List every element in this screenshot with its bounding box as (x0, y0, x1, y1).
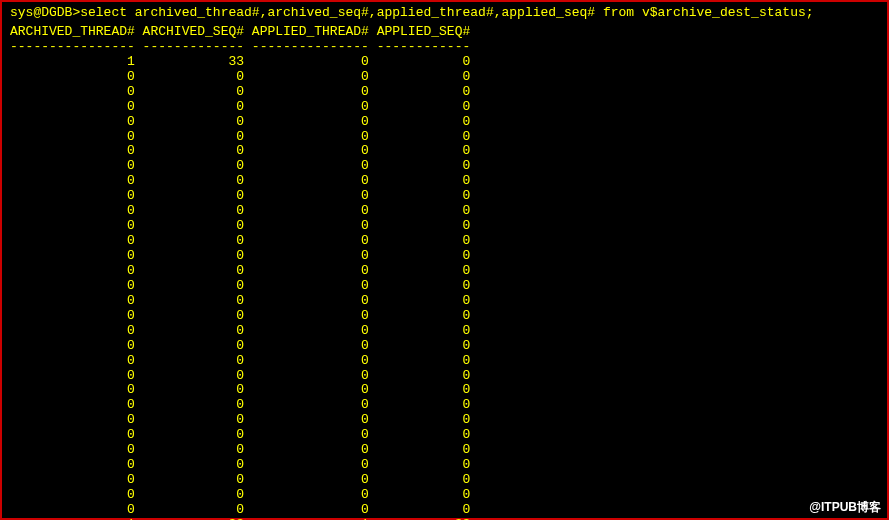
table-row: 0 0 0 0 (10, 100, 879, 115)
table-row: 0 0 0 0 (10, 503, 879, 518)
table-row: 0 0 0 0 (10, 85, 879, 100)
table-row: 0 0 0 0 (10, 473, 879, 488)
table-row: 0 0 0 0 (10, 174, 879, 189)
table-row: 0 0 0 0 (10, 279, 879, 294)
table-row: 0 0 0 0 (10, 369, 879, 384)
table-row: 1 33 0 0 (10, 55, 879, 70)
table-row: 0 0 0 0 (10, 70, 879, 85)
table-row: 0 0 0 0 (10, 443, 879, 458)
table-row: 0 0 0 0 (10, 219, 879, 234)
table-row: 0 0 0 0 (10, 339, 879, 354)
table-row: 0 0 0 0 (10, 458, 879, 473)
table-row: 0 0 0 0 (10, 413, 879, 428)
table-row: 0 0 0 0 (10, 264, 879, 279)
table-row: 0 0 0 0 (10, 488, 879, 503)
table-row: 0 0 0 0 (10, 309, 879, 324)
column-divider: ---------------- ------------- ---------… (10, 40, 879, 55)
table-row: 0 0 0 0 (10, 144, 879, 159)
table-row: 0 0 0 0 (10, 115, 879, 130)
table-row: 0 0 0 0 (10, 324, 879, 339)
terminal-window[interactable]: sys@DGDB>select archived_thread#,archive… (0, 0, 889, 520)
table-row: 0 0 0 0 (10, 130, 879, 145)
table-row: 0 0 0 0 (10, 204, 879, 219)
table-row: 0 0 0 0 (10, 383, 879, 398)
watermark-label: @ITPUB博客 (809, 499, 881, 516)
table-row: 0 0 0 0 (10, 159, 879, 174)
column-headers: ARCHIVED_THREAD# ARCHIVED_SEQ# APPLIED_T… (10, 25, 879, 40)
result-rows: 1 33 0 0 0 0 0 0 0 0 0 0 0 0 (10, 55, 879, 520)
table-row: 0 0 0 0 (10, 234, 879, 249)
table-row: 0 0 0 0 (10, 354, 879, 369)
table-row: 0 0 0 0 (10, 398, 879, 413)
sql-prompt-line: sys@DGDB>select archived_thread#,archive… (10, 6, 879, 21)
table-row: 0 0 0 0 (10, 294, 879, 309)
table-row: 0 0 0 0 (10, 249, 879, 264)
table-row: 0 0 0 0 (10, 428, 879, 443)
table-row: 0 0 0 0 (10, 189, 879, 204)
